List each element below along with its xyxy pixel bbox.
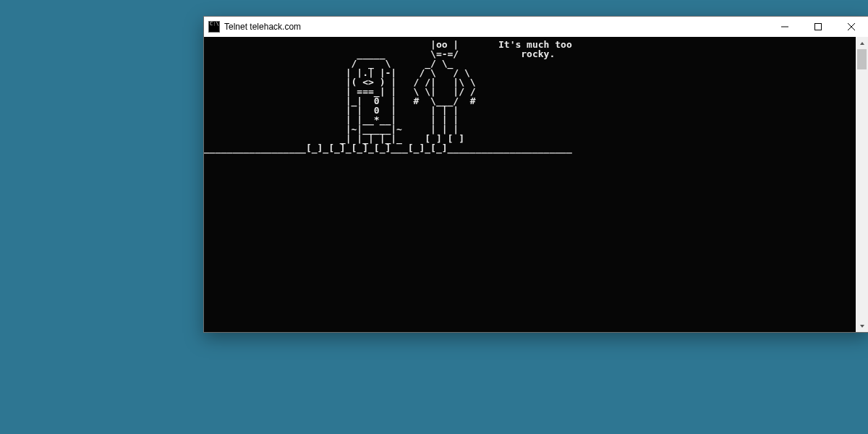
titlebar[interactable]: Telnet telehack.com bbox=[204, 17, 868, 37]
telnet-window: Telnet telehack.com |oo | It's much too … bbox=[203, 16, 868, 333]
minimize-button[interactable] bbox=[768, 17, 801, 37]
vertical-scrollbar[interactable] bbox=[856, 37, 868, 332]
cmd-icon bbox=[208, 21, 220, 33]
scroll-thumb[interactable] bbox=[857, 49, 867, 69]
scroll-up-button[interactable] bbox=[856, 37, 868, 49]
svg-rect-0 bbox=[815, 24, 822, 30]
scroll-track[interactable] bbox=[856, 49, 868, 320]
maximize-button[interactable] bbox=[801, 17, 835, 37]
client-area: |oo | It's much too _____ \=-=/ rocky. /… bbox=[204, 37, 868, 332]
window-title: Telnet telehack.com bbox=[224, 22, 301, 32]
terminal-output[interactable]: |oo | It's much too _____ \=-=/ rocky. /… bbox=[204, 37, 856, 332]
close-button[interactable] bbox=[835, 17, 868, 37]
scroll-down-button[interactable] bbox=[856, 320, 868, 332]
